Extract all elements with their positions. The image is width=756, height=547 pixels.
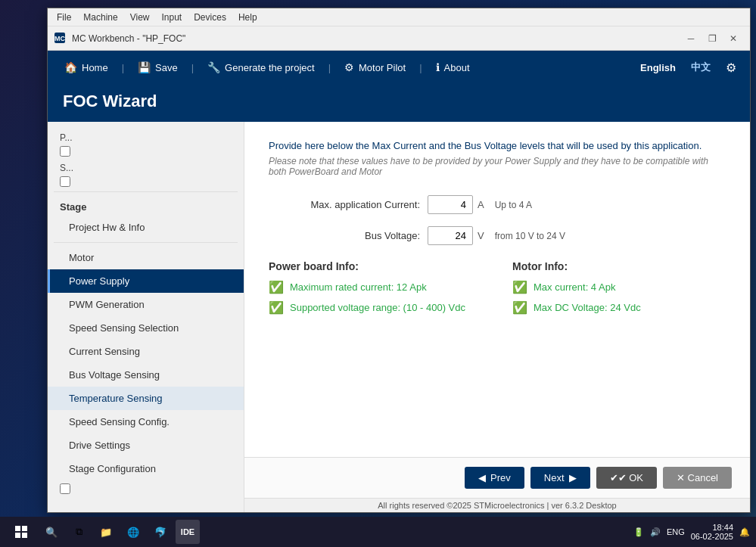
- lang-chinese[interactable]: 中文: [685, 56, 717, 79]
- checkbox-2[interactable]: [60, 176, 70, 187]
- sidebar-item-motor[interactable]: Motor: [48, 246, 244, 269]
- checkbox-1[interactable]: [60, 146, 70, 157]
- content-area: Provide here below the Max Current and t…: [244, 122, 750, 512]
- cancel-button[interactable]: ✕ Cancel: [663, 467, 732, 489]
- window-titlebar: MC MC Workbench - "HP_FOC" ─ ❐ ✕: [48, 26, 750, 51]
- nav-divider-2: |: [191, 62, 194, 73]
- svg-rect-3: [22, 533, 27, 538]
- bus-voltage-input[interactable]: [428, 226, 473, 245]
- about-icon: ℹ: [436, 61, 440, 73]
- motor-info-item-1: ✅ Max current: 4 Apk: [512, 280, 726, 294]
- notification-icon[interactable]: 🔔: [739, 527, 750, 537]
- nav-save[interactable]: 💾 Save: [129, 57, 187, 78]
- menu-machine[interactable]: Machine: [77, 11, 123, 24]
- menu-input[interactable]: Input: [156, 11, 188, 24]
- max-current-hint: Up to 4 A: [495, 200, 532, 210]
- system-clock: 18:44 06-02-2025: [691, 523, 733, 541]
- sidebar-top-label: P...: [48, 128, 244, 145]
- close-button[interactable]: ✕: [723, 28, 744, 49]
- main-window: File Machine View Input Devices Help MC …: [47, 8, 751, 513]
- sidebar-item-project-hw[interactable]: Project Hw & Info: [48, 216, 244, 239]
- content-body: Provide here below the Max Current and t…: [244, 122, 750, 457]
- sidebar: P... S... Stage Project Hw & Info Motor …: [48, 122, 244, 512]
- power-board-item-1: ✅ Maximum rated current: 12 Apk: [269, 280, 482, 294]
- settings-icon[interactable]: ⚙: [720, 57, 742, 78]
- taskbar: 🔍 ⧉ 📁 🌐 🐬 IDE 🔋 🔊 ENG 18:44 06-02-2025 🔔: [0, 517, 756, 547]
- prev-button[interactable]: ◀ Prev: [465, 467, 524, 489]
- taskbar-left: 🔍 ⧉ 📁 🌐 🐬 IDE: [6, 517, 200, 546]
- sidebar-item-current-sensing[interactable]: Current Sensing: [48, 340, 244, 363]
- app-body: P... S... Stage Project Hw & Info Motor …: [48, 122, 750, 512]
- content-footer: ◀ Prev Next ▶ ✔✔ OK ✕ Cancel: [244, 457, 750, 498]
- search-taskbar-icon[interactable]: 🔍: [39, 520, 64, 544]
- bus-voltage-hint: from 10 V to 24 V: [495, 231, 565, 241]
- motor-info-title: Motor Info:: [512, 260, 726, 272]
- nav-about[interactable]: ℹ About: [427, 57, 479, 78]
- description-note: Please note that these values have to be…: [269, 156, 726, 177]
- description-main: Provide here below the Max Current and t…: [269, 140, 726, 151]
- max-current-input[interactable]: [428, 195, 473, 214]
- sidebar-item-power-supply[interactable]: Power Supply: [48, 269, 244, 293]
- home-icon: 🏠: [64, 61, 77, 73]
- menu-help[interactable]: Help: [232, 11, 263, 24]
- sidebar-item-pwm-generation[interactable]: PWM Generation: [48, 293, 244, 316]
- power-board-title: Power board Info:: [269, 260, 482, 272]
- lang-indicator: ENG: [667, 527, 685, 536]
- volume-icon: 🔊: [650, 527, 661, 537]
- status-bar: All rights reserved ©2025 STMicroelectro…: [244, 498, 750, 512]
- svg-rect-2: [15, 533, 20, 538]
- check-icon-4: ✅: [512, 300, 527, 315]
- nav-motor-pilot[interactable]: ⚙ Motor Pilot: [335, 57, 415, 78]
- app1-icon[interactable]: 🐬: [148, 520, 173, 544]
- prev-arrow-icon: ◀: [478, 472, 486, 483]
- motor-info: Motor Info: ✅ Max current: 4 Apk ✅ Max D…: [512, 260, 726, 321]
- sidebar-divider-2: [54, 242, 238, 243]
- start-button[interactable]: [6, 517, 36, 546]
- nav-generate[interactable]: 🔧 Generate the project: [198, 57, 324, 78]
- nav-divider-1: |: [122, 62, 124, 73]
- sidebar-divider-1: [54, 191, 238, 192]
- foc-wizard-title: FOC Wizard: [63, 92, 157, 110]
- taskbar-right: 🔋 🔊 ENG 18:44 06-02-2025 🔔: [633, 523, 750, 541]
- browser-icon[interactable]: 🌐: [121, 520, 145, 544]
- ide-icon[interactable]: IDE: [176, 520, 200, 544]
- menu-view[interactable]: View: [124, 11, 156, 24]
- max-current-unit: A: [478, 199, 484, 210]
- minimize-button[interactable]: ─: [680, 28, 702, 49]
- power-board-item-2: ✅ Supported voltage range: (10 - 400) Vd…: [269, 300, 482, 315]
- svg-rect-1: [22, 526, 27, 531]
- task-view-icon[interactable]: ⧉: [67, 520, 91, 544]
- generate-icon: 🔧: [207, 61, 220, 73]
- motor-icon: ⚙: [344, 61, 354, 73]
- file-explorer-icon[interactable]: 📁: [94, 520, 118, 544]
- max-current-label: Max. application Current:: [269, 199, 420, 210]
- ok-button[interactable]: ✔✔ OK: [596, 467, 657, 489]
- menu-devices[interactable]: Devices: [188, 11, 232, 24]
- nav-divider-4: |: [419, 62, 422, 73]
- checkbox-3[interactable]: [60, 483, 70, 494]
- window-controls: ─ ❐ ✕: [680, 28, 744, 49]
- sidebar-item-speed-config[interactable]: Speed Sensing Config.: [48, 410, 244, 434]
- sidebar-stage-header: Stage: [48, 195, 244, 216]
- app-navbar: 🏠 Home | 💾 Save | 🔧 Generate the project…: [48, 51, 750, 84]
- nav-home[interactable]: 🏠 Home: [55, 57, 117, 78]
- sidebar-item-temp-sensing[interactable]: Temperature Sensing: [48, 387, 244, 410]
- os-menubar: File Machine View Input Devices Help: [48, 8, 750, 26]
- bus-voltage-label: Bus Voltage:: [269, 230, 420, 241]
- window-title: MC Workbench - "HP_FOC": [72, 33, 680, 44]
- check-icon-1: ✅: [269, 280, 284, 294]
- next-button[interactable]: Next ▶: [530, 467, 590, 489]
- sidebar-item-speed-sensing[interactable]: Speed Sensing Selection: [48, 316, 244, 340]
- lang-english[interactable]: English: [634, 57, 682, 78]
- sidebar-item-bus-voltage[interactable]: Bus Voltage Sensing: [48, 363, 244, 387]
- check-icon-3: ✅: [512, 280, 527, 294]
- power-board-info: Power board Info: ✅ Maximum rated curren…: [269, 260, 482, 321]
- menu-file[interactable]: File: [51, 11, 77, 24]
- sidebar-item-stage-config[interactable]: Stage Configuration: [48, 457, 244, 480]
- maximize-button[interactable]: ❐: [702, 28, 723, 49]
- bus-voltage-row: Bus Voltage: V from 10 V to 24 V: [269, 226, 726, 245]
- nav-divider-3: |: [328, 62, 331, 73]
- motor-info-item-2: ✅ Max DC Voltage: 24 Vdc: [512, 300, 726, 315]
- sidebar-item-drive-settings[interactable]: Drive Settings: [48, 434, 244, 457]
- info-section: Power board Info: ✅ Maximum rated curren…: [269, 260, 726, 321]
